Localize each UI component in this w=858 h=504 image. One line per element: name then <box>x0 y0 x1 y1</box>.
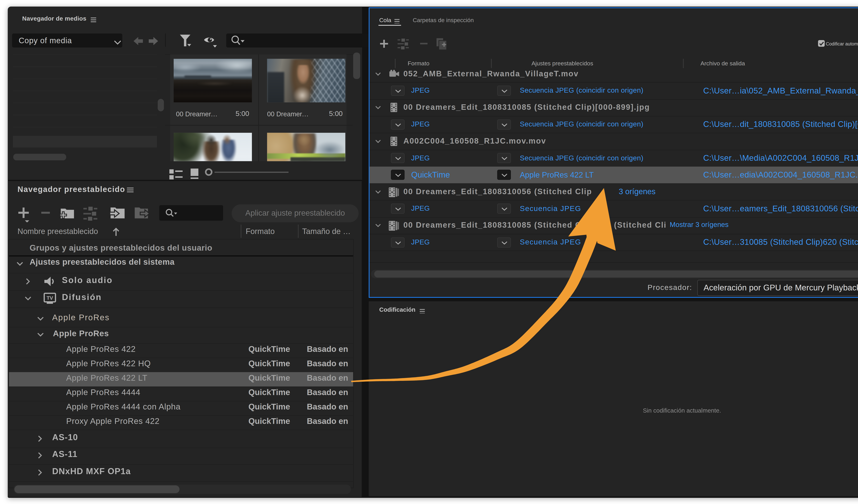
svg-text:TV: TV <box>47 295 53 301</box>
